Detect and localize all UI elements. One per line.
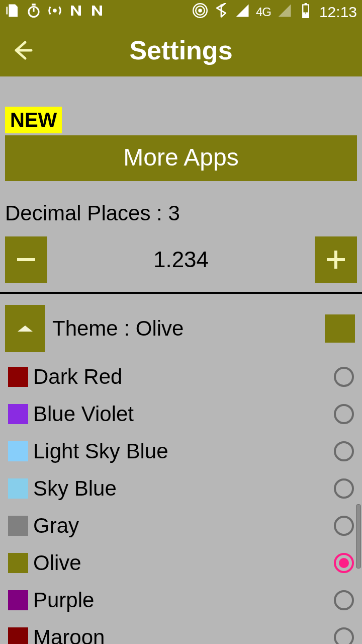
minus-icon (13, 247, 39, 273)
theme-radio[interactable] (334, 404, 354, 424)
theme-option[interactable]: Gray (8, 507, 354, 544)
svg-rect-2 (32, 4, 36, 6)
theme-swatch (8, 590, 28, 610)
theme-name: Blue Violet (33, 402, 334, 426)
theme-name: Purple (33, 588, 334, 612)
content: NEW More Apps Decimal Places : 3 1.234 T… (0, 102, 362, 644)
theme-name: Light Sky Blue (33, 439, 334, 463)
decimal-places-label: Decimal Places : 3 (5, 201, 357, 225)
svg-point-5 (198, 9, 202, 13)
theme-swatch (8, 404, 28, 424)
theme-name: Dark Red (33, 365, 334, 389)
theme-swatch (8, 478, 28, 499)
increment-button[interactable] (315, 236, 357, 283)
theme-option[interactable]: Dark Red (8, 358, 354, 395)
caret-up-icon (17, 324, 34, 334)
status-right: 4G 12:13 (193, 3, 357, 22)
scrollbar-thumb[interactable] (356, 504, 361, 569)
theme-radio[interactable] (334, 516, 354, 536)
decimal-places-section: Decimal Places : 3 1.234 (0, 181, 362, 292)
status-clock: 12:13 (319, 4, 357, 21)
theme-current-swatch (325, 314, 355, 343)
back-button[interactable] (3, 30, 43, 70)
theme-radio[interactable] (334, 367, 354, 387)
theme-radio[interactable] (334, 441, 354, 461)
arrow-left-icon (11, 38, 35, 62)
status-left (5, 3, 105, 22)
theme-name: Gray (33, 514, 334, 538)
bluetooth-icon (214, 3, 229, 22)
decimal-label-prefix: Decimal Places : (5, 201, 168, 225)
n-icon (68, 3, 83, 22)
theme-name: Maroon (33, 625, 334, 644)
theme-radio[interactable] (334, 590, 354, 610)
theme-swatch (8, 627, 28, 644)
battery-icon (298, 3, 313, 22)
signal-icon (235, 3, 250, 22)
theme-swatch (8, 441, 28, 461)
theme-option[interactable]: Light Sky Blue (8, 433, 354, 470)
decrement-button[interactable] (5, 236, 47, 283)
theme-option[interactable]: Olive (8, 544, 354, 582)
theme-option[interactable]: Blue Violet (8, 395, 354, 433)
theme-name: Sky Blue (33, 476, 334, 501)
theme-option[interactable]: Maroon (8, 619, 354, 644)
svg-rect-9 (305, 3, 307, 5)
cast-icon (193, 3, 208, 22)
theme-option[interactable]: Sky Blue (8, 470, 354, 507)
hotspot-icon (47, 3, 62, 22)
network-type: 4G (256, 5, 271, 19)
title-bar: Settings (0, 24, 362, 76)
theme-list: Dark RedBlue VioletLight Sky BlueSky Blu… (0, 357, 362, 644)
plus-icon (323, 247, 349, 273)
decimal-sample: 1.234 (47, 247, 315, 272)
theme-name: Olive (33, 551, 334, 575)
sdcard-icon (5, 3, 20, 22)
theme-label: Theme : Olive (52, 316, 325, 341)
svg-rect-0 (7, 7, 8, 14)
svg-point-4 (53, 9, 57, 13)
theme-header: Theme : Olive (0, 294, 362, 357)
theme-radio[interactable] (334, 627, 354, 644)
theme-current-name: Olive (136, 316, 184, 340)
theme-label-prefix: Theme : (52, 316, 136, 340)
new-badge: NEW (5, 107, 62, 133)
theme-swatch (8, 516, 28, 536)
theme-option[interactable]: Purple (8, 582, 354, 619)
decimal-count: 3 (168, 201, 179, 225)
status-bar: 4G 12:13 (0, 0, 362, 24)
signal-dim-icon (277, 3, 292, 22)
theme-swatch (8, 367, 28, 387)
theme-swatch (8, 553, 28, 573)
theme-radio[interactable] (334, 553, 354, 573)
more-apps-button[interactable]: More Apps (5, 135, 357, 181)
theme-radio[interactable] (334, 478, 354, 499)
page-title: Settings (0, 35, 362, 65)
n-icon (89, 3, 105, 22)
stopwatch-icon (26, 3, 41, 22)
theme-collapse-button[interactable] (5, 305, 45, 352)
